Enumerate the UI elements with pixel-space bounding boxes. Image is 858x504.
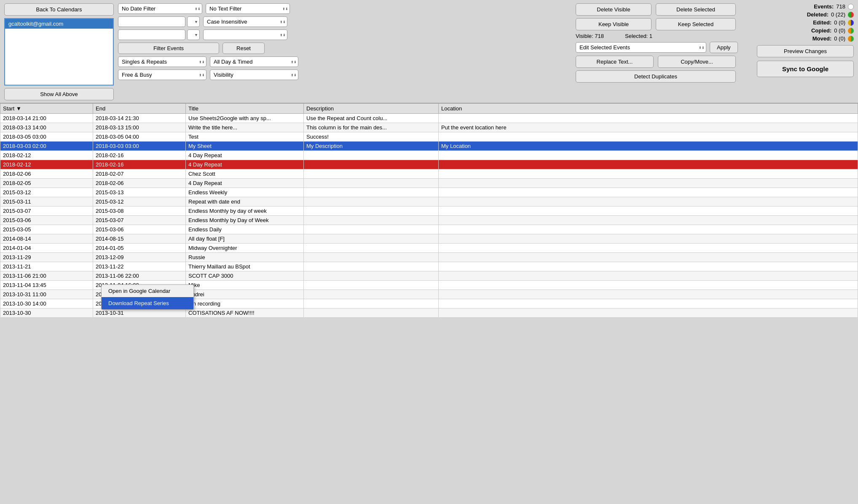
- moved-label: Moved:: [812, 35, 832, 42]
- table-row[interactable]: 2014-01-042014-01-05Midway Overnighter: [0, 244, 858, 253]
- text-filter-wrapper: No Text Filter: [206, 3, 290, 14]
- cell-end: 2018-03-14 21:30: [93, 114, 186, 123]
- cell-location: [439, 253, 858, 262]
- table-row[interactable]: 2018-02-062018-02-07Chez Scott: [0, 169, 858, 179]
- cell-start: 2018-02-06: [0, 169, 93, 179]
- cell-title: Endless Weekly: [186, 188, 304, 197]
- col-location[interactable]: Location: [439, 104, 858, 114]
- table-row[interactable]: 2015-03-112015-03-12Repeat with date end: [0, 197, 858, 206]
- back-to-calendars-button[interactable]: Back To Calendars: [4, 3, 114, 16]
- cell-location: [439, 225, 858, 234]
- context-menu-item[interactable]: Open in Google Calendar: [102, 285, 193, 297]
- copy-move-button[interactable]: Copy/Move...: [658, 56, 736, 68]
- deleted-stat-row: Deleted: 0 (22): [757, 11, 854, 18]
- calendar-item[interactable]: gcaltoolkit@gmail.com: [5, 19, 113, 29]
- table-row[interactable]: 2015-03-072015-03-08Endless Monthly by d…: [0, 206, 858, 216]
- replace-text-button[interactable]: Replace Text...: [576, 56, 654, 68]
- reset-button[interactable]: Reset: [223, 43, 265, 54]
- table-row[interactable]: 2018-03-13 14:002018-03-13 15:00Write th…: [0, 123, 858, 132]
- table-row[interactable]: 2013-11-292013-12-09Russie: [0, 253, 858, 262]
- table-row[interactable]: 2013-11-212013-11-22Thierry Maillard au …: [0, 262, 858, 271]
- copied-stat-row: Copied: 0 (0): [757, 27, 854, 34]
- all-day-timed-select[interactable]: All Day & Timed: [210, 56, 298, 67]
- filter-input-1[interactable]: [118, 16, 185, 27]
- cell-location: Put the event location here: [439, 123, 858, 132]
- table-row[interactable]: 2018-03-05 03:002018-03-05 04:00TestSucc…: [0, 132, 858, 142]
- table-row[interactable]: 2013-11-06 21:002013-11-06 22:00SCOTT CA…: [0, 271, 858, 281]
- cell-end: 2015-03-12: [93, 197, 186, 206]
- filter-row-4: Filter Events Reset: [118, 43, 571, 54]
- col-start[interactable]: Start ▼: [0, 104, 93, 114]
- col-end[interactable]: End: [93, 104, 186, 114]
- table-container[interactable]: Start ▼ End Title Description Location 2…: [0, 103, 858, 504]
- sync-to-google-button[interactable]: Sync to Google: [757, 61, 854, 77]
- table-row[interactable]: 2018-02-052018-02-064 Day Repeat: [0, 179, 858, 188]
- cell-title: Test: [186, 132, 304, 142]
- case-filter-select[interactable]: Case Insensitive: [203, 16, 287, 27]
- filter-events-button[interactable]: Filter Events: [118, 43, 219, 54]
- free-busy-select[interactable]: Free & Busy: [118, 70, 206, 80]
- cell-start: 2013-11-04 13:45: [0, 281, 93, 290]
- detect-duplicates-button[interactable]: Detect Duplicates: [576, 70, 736, 83]
- filter-input-2[interactable]: [118, 29, 185, 40]
- table-row[interactable]: 2015-03-052015-03-06Endless Daily: [0, 225, 858, 234]
- counts-row: Visible: 718 Selected: 1: [576, 33, 753, 39]
- visibility-wrapper: Visibility: [210, 70, 298, 80]
- filter-dropdown-2[interactable]: [187, 29, 200, 40]
- all-day-timed-wrapper: All Day & Timed: [210, 56, 298, 67]
- show-all-above-button[interactable]: Show All Above: [4, 88, 114, 100]
- events-icon: [848, 4, 854, 10]
- filter-arrow-1: [187, 16, 200, 27]
- delete-visible-button[interactable]: Delete Visible: [576, 3, 652, 16]
- cell-description: [304, 206, 439, 216]
- preview-changes-button[interactable]: Preview Changes: [757, 45, 854, 57]
- cell-start: 2014-01-04: [0, 244, 93, 253]
- cell-title: All day float [F]: [186, 234, 304, 244]
- context-menu-item[interactable]: Download Repeat Series: [102, 297, 193, 309]
- visibility-select[interactable]: Visibility: [210, 70, 298, 80]
- context-menu: Open in Google CalendarDownload Repeat S…: [101, 284, 194, 310]
- filter-dropdown-1[interactable]: [187, 16, 200, 27]
- keep-visible-button[interactable]: Keep Visible: [576, 18, 652, 30]
- date-filter-select[interactable]: No Date Filter: [118, 3, 202, 14]
- cell-start: 2015-03-07: [0, 206, 93, 216]
- edit-selected-select[interactable]: Edit Selected Events: [576, 42, 706, 53]
- cell-title: My Sheet: [186, 142, 304, 151]
- cell-description: [304, 216, 439, 225]
- apply-button[interactable]: Apply: [710, 42, 738, 53]
- table-row[interactable]: 2018-03-14 21:002018-03-14 21:30Use Shee…: [0, 114, 858, 123]
- table-row[interactable]: 2015-03-122015-03-13Endless Weekly: [0, 188, 858, 197]
- case-filter-wrapper: Case Insensitive: [203, 16, 287, 27]
- singles-repeats-select[interactable]: Singles & Repeats: [118, 56, 206, 67]
- actions-panel: Delete Visible Delete Selected Keep Visi…: [576, 3, 753, 83]
- delete-selected-button[interactable]: Delete Selected: [656, 3, 736, 16]
- cell-description: This column is for the main des...: [304, 123, 439, 132]
- cell-start: 2018-02-05: [0, 179, 93, 188]
- top-bar: Back To Calendars gcaltoolkit@gmail.com …: [0, 0, 858, 103]
- cell-start: 2013-11-29: [0, 253, 93, 262]
- empty-filter-select[interactable]: [203, 29, 287, 40]
- cell-title: Ian recording: [186, 299, 304, 308]
- cell-description: Success!: [304, 132, 439, 142]
- table-row[interactable]: 2014-08-142014-08-15All day float [F]: [0, 234, 858, 244]
- col-description[interactable]: Description: [304, 104, 439, 114]
- table-row[interactable]: 2018-03-03 02:002018-03-03 03:00My Sheet…: [0, 142, 858, 151]
- cell-description: [304, 151, 439, 160]
- cell-end: 2013-11-22: [93, 262, 186, 271]
- cell-description: [304, 179, 439, 188]
- table-row[interactable]: 2018-02-122018-02-164 Day Repeat: [0, 160, 858, 169]
- cell-end: 2014-01-05: [93, 244, 186, 253]
- cell-location: [439, 188, 858, 197]
- keep-selected-button[interactable]: Keep Selected: [656, 18, 736, 30]
- cell-title: Write the title here...: [186, 123, 304, 132]
- text-filter-select[interactable]: No Text Filter: [206, 3, 290, 14]
- cell-end: 2018-02-16: [93, 151, 186, 160]
- events-value: 718: [836, 3, 845, 10]
- table-row[interactable]: 2015-03-062015-03-07Endless Monthly by D…: [0, 216, 858, 225]
- col-title[interactable]: Title: [186, 104, 304, 114]
- table-row[interactable]: 2018-02-122018-02-164 Day Repeat: [0, 151, 858, 160]
- cell-start: 2013-10-30 14:00: [0, 299, 93, 308]
- copied-label: Copied:: [811, 27, 831, 34]
- edit-row: Edit Selected Events Apply: [576, 42, 753, 53]
- cell-description: [304, 281, 439, 290]
